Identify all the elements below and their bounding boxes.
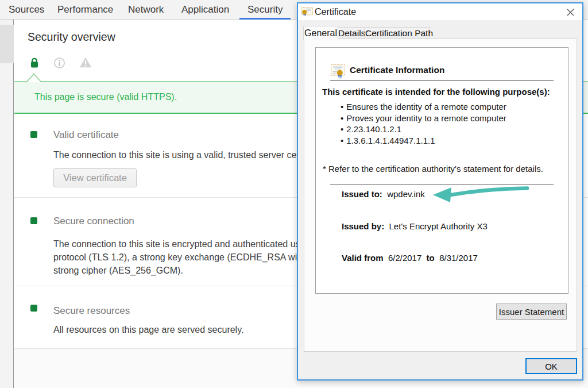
page-title: Security overview [28,30,115,44]
valid-to-label: to [427,253,435,263]
dialog-tab-certification-path[interactable]: Certification Path [365,27,430,39]
certificate-info-icon [331,64,346,79]
section-body-valid-certificate: The connection to this site is using a v… [53,148,328,162]
info-icon [53,57,65,69]
tab-security-label: Security [247,4,283,16]
validity-row: Valid from 6/2/2017 to 8/31/2017 [342,253,478,263]
tab-security[interactable]: Security [247,0,283,20]
refer-note: * Refer to the certification authority's… [323,164,543,174]
issued-by-row: Issued by: Let's Encrypt Authority X3 [342,221,488,231]
section-bullet-secure-resources [30,305,37,312]
certificate-icon [301,7,313,17]
tab-sources[interactable]: Sources [9,0,44,20]
issued-by-value: Let's Encrypt Authority X3 [389,221,488,231]
purpose-item: Proves your identity to a remote compute… [341,113,506,124]
tab-application[interactable]: Application [181,0,229,20]
annotation-arrow [431,183,532,206]
tab-performance-label: Performance [57,4,113,16]
issued-by-label: Issued by: [342,221,384,231]
dialog-tab-general[interactable]: General [303,26,338,40]
valid-from-label: Valid from [342,253,384,263]
purpose-item: Ensures the identity of a remote compute… [341,101,506,113]
sidebar-item-overview[interactable] [0,25,14,63]
purposes-list: Ensures the identity of a remote compute… [341,101,506,146]
tab-performance[interactable]: Performance [57,0,113,20]
warning-icon [79,57,92,68]
banner-text: This page is secure (valid HTTPS). [34,92,177,102]
tab-network[interactable]: Network [128,0,164,20]
valid-to-value: 8/31/2017 [439,253,478,263]
tab-network-label: Network [128,4,164,16]
section-body-secure-resources: All resources on this page are served se… [53,323,243,336]
section-title-valid-certificate: Valid certificate [53,129,119,141]
separator [330,80,554,81]
issued-to-label: Issued to: [342,189,382,199]
issued-to-value: wpdev.ink [387,189,425,199]
separator [330,185,554,185]
section-bullet-secure-connection [30,217,37,224]
tab-sources-label: Sources [9,4,44,16]
certificate-dialog: Certificate General Details Certificatio… [297,2,583,381]
section-bullet-valid-certificate [30,131,37,138]
section-title-secure-resources: Secure resources [53,305,130,317]
certificate-info-title: Certificate Information [350,65,444,75]
issuer-statement-button[interactable]: Issuer Statement [496,304,567,320]
screen: Sources Performance Network Application … [0,0,588,388]
purpose-item: 1.3.6.1.4.1.44947.1.1.1 [341,135,506,147]
lock-icon [30,57,38,68]
dialog-general-page: Certificate Information This certificate… [304,39,577,352]
body-line: The connection to this site is using a v… [53,148,328,162]
close-icon[interactable] [564,6,577,18]
purposes-heading: This certificate is intended for the fol… [322,87,550,97]
section-title-secure-connection: Secure connection [53,216,134,227]
dialog-titlebar[interactable]: Certificate [298,3,582,20]
dialog-title: Certificate [315,6,356,17]
purpose-item: 2.23.140.1.2.1 [341,124,506,135]
certificate-info-box: Certificate Information This certificate… [315,47,568,294]
view-certificate-button[interactable]: View certificate [53,168,137,187]
banner-notch [26,73,43,82]
valid-from-value: 6/2/2017 [388,253,421,263]
issued-to-row: Issued to: wpdev.ink [342,189,425,199]
body-line: All resources on this page are served se… [53,323,243,336]
security-sidebar [0,20,14,388]
ok-button[interactable]: OK [525,358,577,374]
tab-application-label: Application [181,4,229,16]
dialog-tab-details[interactable]: Details [338,27,365,39]
